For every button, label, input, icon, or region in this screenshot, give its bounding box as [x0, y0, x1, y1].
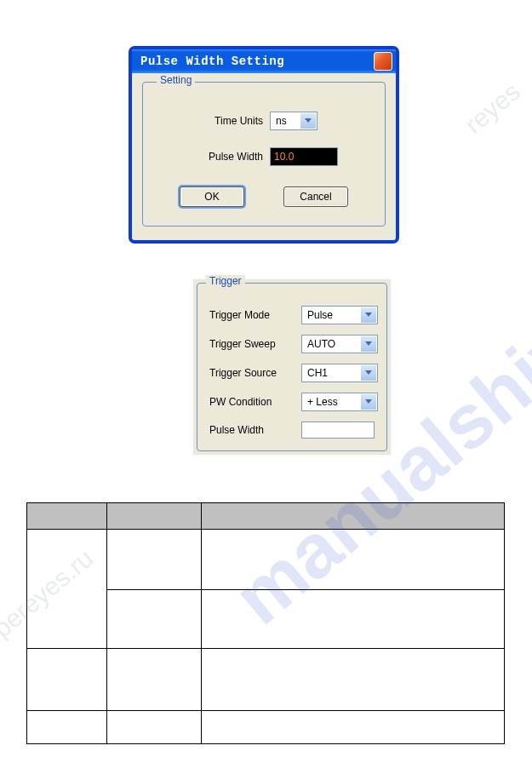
- table-cell: [27, 711, 107, 744]
- pw-condition-label: PW Condition: [206, 396, 301, 408]
- table-cell: [27, 649, 107, 711]
- table-header-cell: [202, 503, 505, 530]
- trigger-sweep-row: Trigger Sweep AUTO: [206, 335, 378, 353]
- trigger-source-row: Trigger Source CH1: [206, 364, 378, 382]
- pulse-width-input[interactable]: [270, 147, 338, 166]
- trigger-panel: Trigger Trigger Mode Pulse Trigger Sweep…: [192, 278, 392, 456]
- table-cell: [202, 530, 505, 590]
- table-cell: [27, 530, 107, 649]
- pulse-width-label: Pulse Width: [191, 151, 270, 163]
- dialog-buttons: OK Cancel: [157, 186, 371, 207]
- time-units-row: Time Units ns: [157, 112, 371, 130]
- time-units-select[interactable]: ns: [270, 112, 317, 130]
- setting-fieldset: Setting Time Units ns Pulse Width OK Can…: [142, 82, 386, 227]
- trigger-sweep-label: Trigger Sweep: [206, 338, 301, 350]
- pulse-width-row: Pulse Width: [157, 147, 371, 166]
- trigger-mode-row: Trigger Mode Pulse: [206, 306, 378, 324]
- pw-condition-select[interactable]: + Less: [301, 393, 378, 411]
- pw-condition-value: + Less: [302, 393, 343, 410]
- trigger-pulse-width-row: Pulse Width: [206, 422, 378, 439]
- trigger-pulse-width-label: Pulse Width: [206, 424, 301, 436]
- doc-table: [26, 502, 505, 744]
- chevron-down-icon: [361, 365, 376, 381]
- ok-button[interactable]: OK: [180, 186, 244, 207]
- trigger-mode-select[interactable]: Pulse: [301, 306, 378, 324]
- pw-condition-row: PW Condition + Less: [206, 393, 378, 411]
- table-header-row: [27, 503, 505, 530]
- setting-legend: Setting: [157, 74, 195, 86]
- time-units-label: Time Units: [191, 115, 270, 127]
- cancel-button[interactable]: Cancel: [283, 186, 348, 207]
- time-units-value: ns: [271, 112, 300, 129]
- close-button[interactable]: [374, 52, 392, 71]
- watermark-small-2: reyes: [459, 77, 525, 139]
- trigger-mode-label: Trigger Mode: [206, 309, 301, 321]
- chevron-down-icon: [361, 307, 376, 323]
- pulse-width-dialog: Pulse Width Setting Setting Time Units n…: [129, 47, 398, 243]
- chevron-down-icon: [361, 394, 376, 410]
- trigger-sweep-select[interactable]: AUTO: [301, 335, 378, 353]
- trigger-source-value: CH1: [302, 364, 333, 381]
- table-cell: [107, 530, 202, 590]
- trigger-sweep-value: AUTO: [302, 335, 340, 353]
- table-cell: [202, 649, 505, 711]
- table-row: [27, 711, 505, 744]
- table-cell: [107, 711, 202, 744]
- dialog-body: Setting Time Units ns Pulse Width OK Can…: [132, 73, 396, 240]
- trigger-mode-value: Pulse: [302, 307, 338, 324]
- chevron-down-icon: [300, 113, 316, 129]
- trigger-pulse-width-display[interactable]: [301, 422, 375, 439]
- table-cell: [107, 649, 202, 711]
- table-row: [27, 530, 505, 590]
- trigger-source-label: Trigger Source: [206, 367, 301, 379]
- titlebar[interactable]: Pulse Width Setting: [132, 49, 396, 73]
- table-cell: [107, 590, 202, 649]
- table-header-cell: [27, 503, 107, 530]
- table-cell: [202, 590, 505, 649]
- trigger-source-select[interactable]: CH1: [301, 364, 378, 382]
- trigger-legend: Trigger: [206, 275, 245, 287]
- chevron-down-icon: [361, 336, 376, 352]
- table-cell: [202, 711, 505, 744]
- table-header-cell: [107, 503, 202, 530]
- table-row: [27, 649, 505, 711]
- trigger-fieldset: Trigger Trigger Mode Pulse Trigger Sweep…: [197, 283, 387, 451]
- dialog-title: Pulse Width Setting: [140, 54, 284, 68]
